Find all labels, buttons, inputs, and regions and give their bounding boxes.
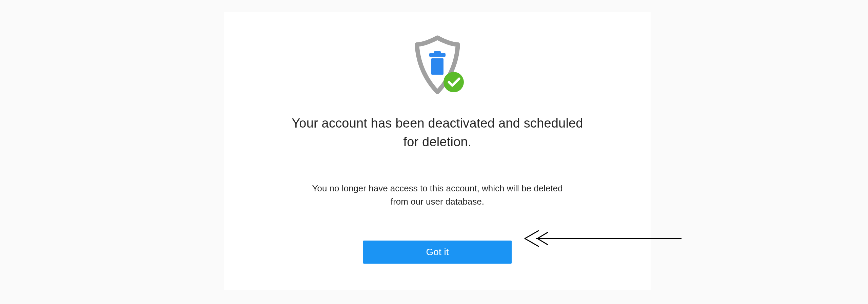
deactivation-dialog: Your account has been deactivated and sc… bbox=[224, 12, 651, 290]
shield-trash-check-icon bbox=[403, 33, 471, 100]
dialog-subtext: You no longer have access to this accoun… bbox=[309, 182, 566, 208]
svg-rect-0 bbox=[434, 51, 441, 53]
got-it-button[interactable]: Got it bbox=[363, 241, 512, 264]
dialog-heading: Your account has been deactivated and sc… bbox=[285, 114, 590, 151]
svg-rect-2 bbox=[431, 58, 443, 75]
checkmark-icon bbox=[443, 72, 464, 92]
trash-icon bbox=[429, 51, 446, 75]
dialog-icon-group bbox=[403, 33, 471, 100]
svg-point-3 bbox=[443, 72, 464, 92]
svg-rect-1 bbox=[429, 53, 446, 57]
